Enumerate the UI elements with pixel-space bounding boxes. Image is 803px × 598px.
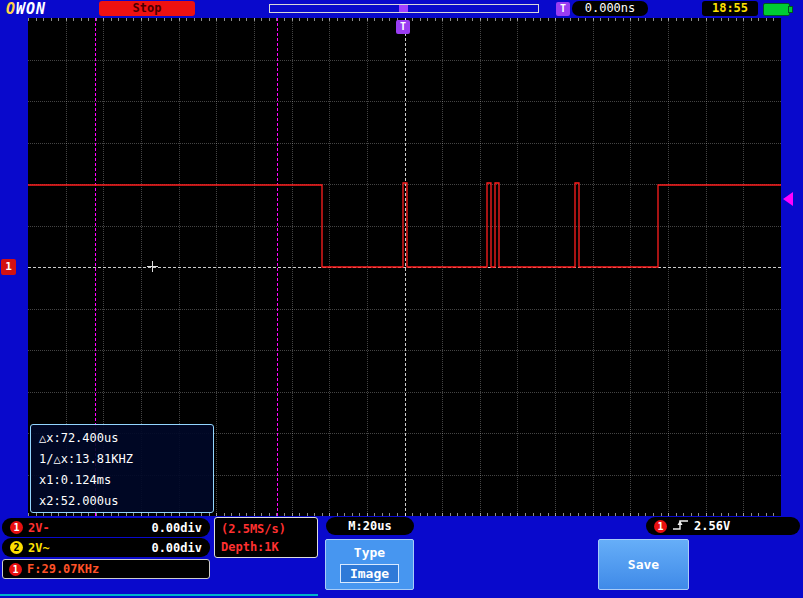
save-button[interactable]: Save [598, 539, 689, 590]
ch1-status: 1 2V- 0.00div [2, 518, 210, 537]
cursor-inverse-dx-value: 1/△x:13.81KHZ [39, 449, 213, 470]
memory-depth: Depth:1K [221, 538, 317, 556]
trigger-position-bar[interactable] [269, 4, 539, 13]
sample-info-panel: (2.5MS/s) Depth:1K [214, 517, 318, 558]
cursor-dx-value: △x:72.400us [39, 428, 213, 449]
logo-first-letter: O [6, 0, 16, 18]
trigger-status: 1 2.56V [646, 517, 800, 535]
ch1-badge: 1 [10, 521, 23, 534]
timebase-readout: M:20us [326, 517, 414, 535]
rising-edge-icon [672, 518, 689, 535]
bottom-divider [0, 594, 318, 596]
cursor-x2-value: x2:52.000us [39, 491, 213, 512]
acquisition-stop-button[interactable]: Stop [99, 1, 195, 16]
ch2-badge: 2 [10, 541, 23, 554]
battery-icon [763, 3, 790, 16]
oscilloscope-screen: OWON Stop T 0.000ns 18:55 T △x:72.400us … [0, 0, 803, 598]
type-button[interactable]: Type Image [325, 539, 414, 590]
trigger-level-arrow-icon[interactable] [783, 192, 793, 206]
clock: 18:55 [702, 1, 758, 16]
waveform-display: T △x:72.400us 1/△x:13.81KHZ x1:0.124ms x… [28, 18, 781, 516]
brand-logo: OWON [6, 0, 46, 18]
trigger-source-badge: 1 [654, 520, 667, 533]
ch1-offset: 0.00div [151, 521, 202, 535]
cursor-x1-value: x1:0.124ms [39, 470, 213, 491]
trigger-level-value: 2.56V [694, 519, 730, 533]
type-button-title: Type [326, 545, 413, 560]
ch2-status: 2 2V~ 0.00div [2, 538, 210, 557]
frequency-source-badge: 1 [9, 563, 22, 576]
ch1-position-marker[interactable]: 1 [1, 259, 16, 275]
sample-rate: (2.5MS/s) [221, 520, 317, 538]
ch2-offset: 0.00div [151, 541, 202, 555]
ch1-scale: 2V- [28, 521, 50, 535]
cursor-readout-panel: △x:72.400us 1/△x:13.81KHZ x1:0.124ms x2:… [30, 424, 214, 513]
frequency-value: F:29.07KHz [27, 562, 99, 576]
trace-cross-marker-icon [147, 261, 158, 272]
trigger-time-readout: 0.000ns [572, 1, 648, 16]
top-bar: OWON Stop T 0.000ns 18:55 [0, 0, 803, 18]
trigger-icon: T [556, 2, 570, 16]
trigger-position-marker-icon[interactable] [399, 5, 408, 12]
logo-rest: WON [16, 0, 46, 18]
trigger-time-marker[interactable]: T [396, 20, 410, 34]
frequency-counter: 1 F:29.07KHz [2, 559, 210, 579]
ch2-scale: 2V~ [28, 541, 50, 555]
type-button-value: Image [340, 564, 399, 583]
